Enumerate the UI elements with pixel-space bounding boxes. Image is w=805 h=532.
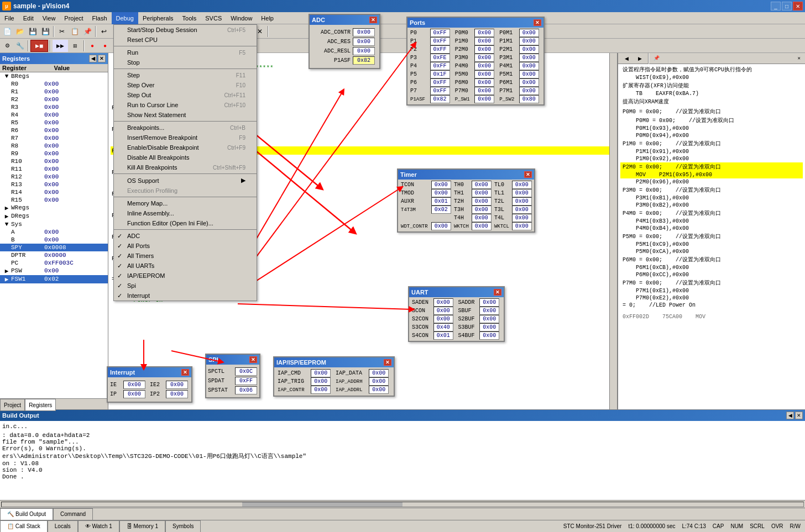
menu-peripherals[interactable]: Peripherals <box>138 12 178 24</box>
ie2-value[interactable]: 0x00 <box>166 381 188 389</box>
registers-pin-btn[interactable]: ◀ <box>89 55 97 62</box>
minimize-button[interactable]: _ <box>771 2 781 10</box>
code-scrollbar[interactable] <box>609 53 617 409</box>
spstat-value[interactable]: 0x06 <box>235 386 257 394</box>
paste-button[interactable]: 📌 <box>81 25 93 38</box>
reg-spy[interactable]: SPY0x0008 <box>0 244 108 251</box>
adc-title-bar[interactable]: ADC ✕ <box>310 15 379 25</box>
ip-value[interactable]: 0x00 <box>123 390 145 398</box>
menu-start-debug[interactable]: Start/Stop Debug SessionCtrl+F5 <box>114 25 257 35</box>
menu-view[interactable]: View <box>38 12 60 24</box>
cut-button[interactable]: ✂ <box>56 25 68 38</box>
right-panel-close[interactable]: ✕ <box>796 55 803 61</box>
open-file-button[interactable]: 📂 <box>14 25 26 38</box>
menu-enable-bp[interactable]: Enable/Disable BreakpointCtrl+F9 <box>114 143 257 152</box>
menu-debug[interactable]: Debug <box>112 12 138 24</box>
build-output-content[interactable]: in.c... : data=8.0 edata+hdata=2 file fr… <box>0 421 805 500</box>
menu-run[interactable]: RunF5 <box>114 48 257 57</box>
menu-tools[interactable]: Tools <box>178 12 201 24</box>
call-stack-tab[interactable]: 📋 Call Stack <box>0 520 48 533</box>
timer-close-btn[interactable]: ✕ <box>524 171 532 178</box>
reg-r5[interactable]: R50x00 <box>0 119 108 127</box>
iap-close-btn[interactable]: ✕ <box>384 359 391 366</box>
menu-reset-cpu[interactable]: Reset CPU <box>114 35 257 45</box>
menu-all-ports[interactable]: ✓All Ports <box>114 241 257 251</box>
ports-title-bar[interactable]: Ports ✕ <box>407 18 543 28</box>
ip2-value[interactable]: 0x00 <box>166 390 188 398</box>
reg-r9[interactable]: R90x00 <box>0 150 108 157</box>
reg-pc[interactable]: PC0xFF003C <box>0 259 108 267</box>
reg-r11[interactable]: R110x00 <box>0 165 108 173</box>
menu-func-editor[interactable]: Function Editor (Open Ini File)... <box>114 218 257 228</box>
reg-r13[interactable]: R130x00 <box>0 181 108 188</box>
menu-file[interactable]: File <box>0 12 19 24</box>
reg-psw[interactable]: ▶PSW0x00 <box>0 267 108 275</box>
menu-help[interactable]: Help <box>257 12 278 24</box>
view-btn1[interactable]: ▶▶ <box>53 40 68 52</box>
tab-project[interactable]: Project <box>0 399 25 411</box>
build-close-btn[interactable]: ✕ <box>795 412 803 419</box>
spi-title-bar[interactable]: SPI ✕ <box>206 355 259 365</box>
h-scrollbar[interactable] <box>1 502 804 507</box>
menu-insert-bp[interactable]: Insert/Remove BreakpointF9 <box>114 133 257 143</box>
reg-r15[interactable]: R150x00 <box>0 196 108 204</box>
menu-step-over[interactable]: Step OverF10 <box>114 80 257 90</box>
reg-r10[interactable]: R100x00 <box>0 157 108 165</box>
timer-title-bar[interactable]: Timer ✕ <box>398 170 534 180</box>
menu-disable-all-bp[interactable]: Disable All Breakpoints <box>114 152 257 162</box>
maximize-button[interactable]: □ <box>782 2 792 10</box>
interrupt-close-btn[interactable]: ✕ <box>181 369 189 376</box>
menu-spi[interactable]: ✓Spi <box>114 281 257 291</box>
interrupt-title-bar[interactable]: Interrupt ✕ <box>108 367 191 377</box>
spctl-value[interactable]: 0x0C <box>235 367 257 376</box>
view-btn2[interactable]: ⊞ <box>69 40 82 52</box>
uart-title-bar[interactable]: UART ✕ <box>409 287 504 297</box>
menu-all-uarts[interactable]: ✓All UARTs <box>114 261 257 271</box>
wregs-group[interactable]: ▶WRegs <box>0 204 108 212</box>
copy-button[interactable]: 📋 <box>69 25 81 38</box>
menu-svcs[interactable]: SVCS <box>201 12 226 24</box>
menu-all-timers[interactable]: ✓All Timers <box>114 251 257 261</box>
debug-session-btn[interactable]: ▶◼ <box>30 40 48 52</box>
menu-os-support[interactable]: OS Support▶ <box>114 175 257 186</box>
menu-interrupt[interactable]: ✓Interrupt <box>114 291 257 301</box>
debug-dropdown[interactable]: Start/Stop Debug SessionCtrl+F5 Reset CP… <box>113 24 257 301</box>
sys-group[interactable]: ▼Sys <box>0 220 108 228</box>
menu-run-cursor[interactable]: Run to Cursor LineCtrl+F10 <box>114 100 257 110</box>
tab-command[interactable]: Command <box>53 508 93 520</box>
toolbar2-btn1[interactable]: ⚙ <box>1 40 13 52</box>
dregs-group[interactable]: ▶DRegs <box>0 212 108 220</box>
reg-r6[interactable]: R60x00 <box>0 127 108 134</box>
reg-a[interactable]: A0x00 <box>0 228 108 236</box>
menu-show-statement[interactable]: Show Next Statement <box>114 110 257 120</box>
symbols-tab[interactable]: Symbols <box>165 520 201 533</box>
reg-fsw1[interactable]: ▶FSW10x02 <box>0 275 108 283</box>
adc-res-value[interactable]: 0x00 <box>353 38 375 46</box>
menu-window[interactable]: Window <box>226 12 257 24</box>
reg-r0[interactable]: R00x00 <box>0 80 108 88</box>
menu-step[interactable]: StepF11 <box>114 70 257 80</box>
adc-contr-value[interactable]: 0x00 <box>353 28 375 36</box>
iap-title-bar[interactable]: IAP/ISP/EEPROM ✕ <box>274 357 394 367</box>
right-toolbar-btn1[interactable]: ◀ <box>620 53 632 65</box>
adc-resl-value[interactable]: 0x00 <box>353 47 375 55</box>
adc-close-btn[interactable]: ✕ <box>369 17 377 23</box>
new-file-button[interactable]: 📄 <box>1 25 13 38</box>
tab-build-output[interactable]: 🔨Build Output <box>0 508 53 520</box>
menu-step-out[interactable]: Step OutCtrl+F11 <box>114 90 257 100</box>
right-code-content[interactable]: 设置程序指令延时参数，赋值为0可将CPU执行指令的 WIST(0xE9),#0x… <box>618 64 805 409</box>
bregs-group[interactable]: ▼ BRegs <box>0 72 108 80</box>
reg-r7[interactable]: R70x00 <box>0 134 108 142</box>
menu-memory-map[interactable]: Memory Map... <box>114 198 257 208</box>
reg-r3[interactable]: R30x00 <box>0 103 108 111</box>
menu-edit[interactable]: Edit <box>19 12 38 24</box>
ports-close-btn[interactable]: ✕ <box>534 19 541 26</box>
menu-kill-all-bp[interactable]: Kill All BreakpointsCtrl+Shift+F9 <box>114 162 257 172</box>
reg-r8[interactable]: R80x00 <box>0 142 108 150</box>
reg-r14[interactable]: R140x00 <box>0 188 108 196</box>
right-panel-pin[interactable]: 📌 <box>651 55 662 61</box>
tab-registers[interactable]: Registers <box>25 399 56 411</box>
ie-value[interactable]: 0x00 <box>123 381 145 389</box>
p1asf-value[interactable]: 0x82 <box>353 56 375 65</box>
menu-flash[interactable]: Flash <box>88 12 112 24</box>
